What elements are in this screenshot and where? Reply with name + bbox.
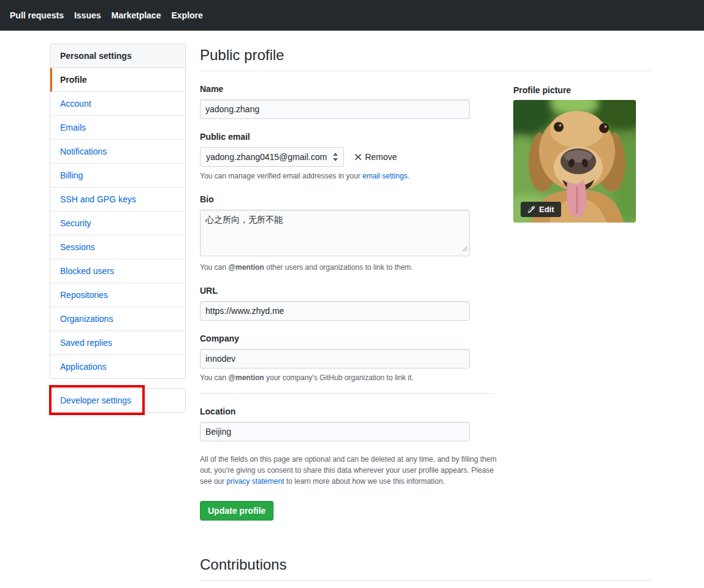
remove-email-button[interactable]: Remove [354,152,397,162]
public-email-selected-value: yadong.zhang0415@gmail.com [206,152,327,162]
sidebar-item-emails[interactable]: Emails [50,116,185,140]
company-input[interactable] [200,349,470,368]
public-email-label: Public email [200,131,494,143]
sidebar-item-organizations[interactable]: Organizations [50,307,185,331]
nav-item-explore[interactable]: Explore [171,10,202,20]
developer-settings-link[interactable]: Developer settings [50,389,185,412]
sidebar-item-billing[interactable]: Billing [50,164,185,188]
x-icon [354,153,362,161]
bio-note: You can @mention other users and organiz… [200,262,494,273]
page-title: Public profile [200,46,651,71]
url-input[interactable] [200,301,470,321]
contributions-section: Contributions Include private contributi… [200,556,651,588]
profile-picture: Edit [513,100,636,223]
profile-picture-section: Profile picture [513,71,639,521]
nav-item-marketplace[interactable]: Marketplace [112,10,161,20]
company-label: Company [200,332,494,345]
edit-label: Edit [539,205,554,214]
page-layout: Personal settings Profile Account Emails… [0,31,704,588]
sidebar-item-sessions[interactable]: Sessions [50,235,185,259]
edit-avatar-button[interactable]: Edit [521,202,561,217]
form-divider [200,393,494,394]
sidebar-item-blocked-users[interactable]: Blocked users [50,259,185,283]
bio-label: Bio [200,193,494,205]
sidebar-title: Personal settings [50,44,185,68]
sidebar-item-ssh-gpg-keys[interactable]: SSH and GPG keys [50,188,185,212]
pencil-icon [527,205,535,213]
sidebar-item-repositories[interactable]: Repositories [50,283,185,307]
personal-settings-menu: Personal settings Profile Account Emails… [50,44,186,379]
sidebar-item-notifications[interactable]: Notifications [50,140,185,164]
url-label: URL [200,284,494,297]
location-label: Location [200,405,494,418]
main-content: Public profile Name Public email yadong.… [200,44,651,588]
bio-textarea[interactable]: 心之所向，无所不能 [200,210,470,256]
developer-settings-box: Developer settings [50,388,186,413]
resize-grip-icon[interactable] [462,244,468,254]
select-caret-icon [333,153,338,161]
email-note: You can manage verified email addresses … [200,171,494,181]
profile-form: Name Public email yadong.zhang0415@gmail… [200,71,494,521]
profile-picture-label: Profile picture [513,85,639,95]
top-navbar: Pull requests Issues Marketplace Explore [0,0,704,31]
name-label: Name [200,83,494,95]
remove-label: Remove [365,152,397,162]
sidebar-item-saved-replies[interactable]: Saved replies [50,331,185,355]
update-profile-button[interactable]: Update profile [200,501,274,521]
profile-disclaimer: All of the fields on this page are optio… [200,454,497,487]
sidebar-item-profile[interactable]: Profile [50,68,185,92]
email-settings-link[interactable]: email settings [362,172,407,180]
settings-sidebar: Personal settings Profile Account Emails… [50,44,186,413]
nav-item-issues[interactable]: Issues [74,10,101,20]
contributions-title: Contributions [200,556,651,581]
sidebar-item-applications[interactable]: Applications [50,355,185,378]
sidebar-item-account[interactable]: Account [50,92,185,116]
sidebar-item-security[interactable]: Security [50,212,185,235]
nav-item-pull-requests[interactable]: Pull requests [10,10,64,20]
name-input[interactable] [200,99,470,119]
public-email-select[interactable]: yadong.zhang0415@gmail.com [200,147,344,167]
location-input[interactable] [200,422,470,441]
privacy-statement-link[interactable]: privacy statement [226,477,284,486]
company-note: You can @mention your company's GitHub o… [200,373,494,383]
